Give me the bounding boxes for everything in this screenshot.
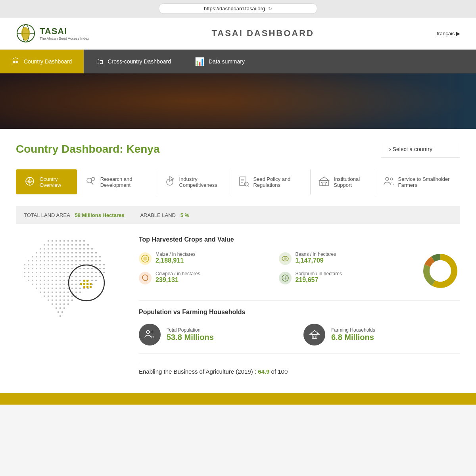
- svg-rect-208: [63, 280, 65, 281]
- tab-service-smallholder[interactable]: Service to Smallholder Farmers: [375, 169, 460, 194]
- svg-rect-3: [0, 73, 476, 129]
- tab-industry-competitiveness[interactable]: Industry Competitiveness: [156, 169, 230, 194]
- svg-rect-164: [48, 272, 49, 273]
- svg-rect-121: [44, 264, 45, 265]
- logo-subtitle: The African Seed Access Index: [40, 36, 89, 40]
- content-area: dots: [16, 236, 460, 381]
- tab-industry-label: Industry Competitiveness: [179, 176, 222, 188]
- svg-rect-223: [56, 284, 57, 285]
- crop-sorghum: Sorghum / in hectares 219,657: [279, 271, 413, 284]
- svg-rect-153: [87, 268, 89, 269]
- svg-rect-32: [67, 240, 69, 242]
- svg-rect-112: [87, 260, 89, 261]
- svg-rect-125: [60, 264, 61, 265]
- svg-rect-292: [86, 286, 88, 288]
- svg-rect-44: [71, 244, 73, 246]
- svg-rect-162: [40, 272, 41, 273]
- svg-rect-45: [75, 244, 77, 246]
- cowpea-value: 239,131: [155, 276, 200, 284]
- svg-rect-38: [48, 244, 49, 246]
- svg-rect-203: [44, 280, 45, 281]
- svg-rect-57: [71, 248, 73, 250]
- svg-rect-46: [79, 244, 81, 246]
- kenya-circle: [69, 265, 104, 301]
- tab-institutional-support[interactable]: Institutional Support: [311, 169, 375, 194]
- reload-icon[interactable]: ↻: [268, 6, 272, 12]
- nav-cross-country[interactable]: 🗂 Cross-country Dashboard: [84, 50, 183, 73]
- svg-rect-210: [71, 280, 73, 281]
- arable-land-value: 5 %: [180, 212, 189, 218]
- select-country-button[interactable]: › Select a country: [381, 141, 460, 157]
- hero-image: [0, 73, 476, 129]
- africa-dots: [24, 240, 105, 317]
- svg-rect-198: [99, 276, 101, 277]
- svg-rect-220: [44, 284, 45, 285]
- svg-rect-101: [44, 260, 45, 261]
- svg-rect-91: [79, 256, 81, 257]
- svg-rect-117: [28, 264, 29, 265]
- svg-rect-184: [44, 276, 45, 277]
- eba-section: Enabling the Business of Agriculture (20…: [139, 362, 460, 381]
- svg-rect-293: [90, 286, 92, 288]
- svg-rect-47: [83, 244, 85, 246]
- svg-rect-28: [52, 240, 53, 242]
- svg-rect-130: [79, 264, 81, 265]
- svg-rect-82: [44, 256, 45, 257]
- logo-title: TASAI: [40, 26, 89, 36]
- svg-rect-249: [48, 292, 49, 293]
- svg-rect-84: [52, 256, 53, 257]
- nav-data-summary[interactable]: 📊 Data summary: [183, 50, 257, 73]
- svg-rect-207: [60, 280, 61, 281]
- svg-rect-154: [91, 268, 93, 269]
- nav-cross-country-label: Cross-country Dashboard: [107, 58, 171, 65]
- svg-rect-48: [87, 244, 89, 246]
- svg-rect-65: [44, 252, 45, 253]
- svg-rect-242: [71, 288, 73, 289]
- svg-rect-182: [36, 276, 37, 277]
- svg-rect-135: [99, 264, 101, 265]
- svg-rect-290: [80, 283, 82, 285]
- svg-point-305: [430, 260, 451, 282]
- svg-rect-51: [48, 248, 49, 250]
- institutional-icon: [319, 176, 330, 188]
- svg-rect-156: [99, 268, 101, 269]
- svg-rect-137: [24, 268, 25, 269]
- svg-rect-309: [312, 334, 317, 338]
- svg-line-9: [91, 182, 93, 184]
- nav-country-dashboard[interactable]: 🏛 Country Dashboard: [0, 50, 84, 73]
- svg-rect-181: [32, 276, 33, 277]
- svg-rect-224: [60, 284, 61, 285]
- svg-rect-119: [36, 264, 37, 265]
- svg-rect-116: [24, 264, 25, 265]
- svg-rect-227: [71, 284, 73, 285]
- info-bar: TOTAL LAND AREA 58 Millions Hectares ARA…: [16, 206, 460, 224]
- language-switcher[interactable]: français ▶: [437, 31, 460, 36]
- logo-area: TASAI The African Seed Access Index: [16, 23, 89, 43]
- svg-rect-142: [44, 268, 45, 269]
- svg-rect-172: [79, 272, 81, 273]
- svg-rect-33: [71, 240, 73, 242]
- tasai-logo-icon: [16, 23, 36, 43]
- svg-rect-71: [67, 252, 69, 253]
- svg-rect-49: [40, 248, 41, 250]
- url-bar[interactable]: https://dashboard.tasai.org ↻: [159, 3, 317, 14]
- svg-rect-42: [63, 244, 65, 246]
- svg-rect-64: [40, 252, 41, 253]
- tab-policy-regulations[interactable]: Seed Policy and Regulations: [230, 169, 311, 194]
- nav-country-dashboard-label: Country Dashboard: [24, 58, 72, 65]
- svg-rect-60: [83, 248, 85, 250]
- page-title: Country Dashboard: Kenya: [16, 143, 160, 155]
- svg-rect-115: [99, 260, 101, 261]
- svg-rect-267: [48, 299, 49, 301]
- site-title: TASAI DASHBOARD: [211, 28, 314, 38]
- svg-rect-237: [52, 288, 53, 289]
- svg-rect-283: [61, 311, 63, 313]
- tab-country-overview[interactable]: Country Overview: [16, 169, 77, 194]
- svg-rect-251: [56, 292, 57, 293]
- svg-rect-79: [32, 256, 33, 257]
- tab-research-development[interactable]: Research and Development: [77, 169, 156, 194]
- svg-point-311: [311, 333, 312, 334]
- svg-rect-253: [63, 292, 65, 293]
- beans-icon: [279, 252, 292, 265]
- farming-households-info: Farming Households 6.8 Millions: [331, 327, 375, 342]
